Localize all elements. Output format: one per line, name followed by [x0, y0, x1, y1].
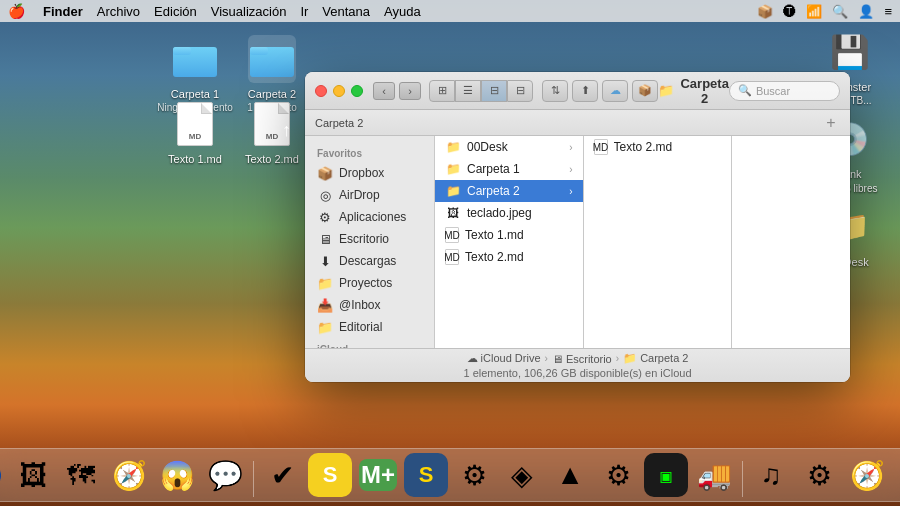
file-item-oodesk[interactable]: 📁 00Desk ›: [435, 136, 583, 158]
dock-omnifocus[interactable]: ✔: [260, 453, 304, 497]
dock-safari[interactable]: 🧭: [107, 453, 151, 497]
statusbar-path: ☁ iCloud Drive › 🖥 Escritorio › 📁 Carpet…: [467, 352, 689, 365]
minimize-button[interactable]: [333, 85, 345, 97]
dock-scrivener[interactable]: S: [404, 453, 448, 497]
imonster-icon: 💾: [826, 28, 874, 76]
menubar-archivo[interactable]: Archivo: [97, 4, 140, 19]
icloud-button[interactable]: ☁: [602, 80, 628, 102]
sidebar-item-airdrop[interactable]: ◎ AirDrop: [309, 184, 430, 206]
sidebar-item-descargas[interactable]: ⬇ Descargas: [309, 250, 430, 272]
sidebar-label-editorial: Editorial: [339, 320, 382, 334]
sidebar-label-escritorio: Escritorio: [339, 232, 389, 246]
file-panel-1: 📁 00Desk › 📁 Carpeta 1 › 📁 Carpeta 2 › 🖼…: [435, 136, 584, 348]
sidebar-label-airdrop: AirDrop: [339, 188, 380, 202]
dock-git[interactable]: ◈: [500, 453, 544, 497]
list-view-button[interactable]: ☰: [455, 80, 481, 102]
path-icloud[interactable]: ☁ iCloud Drive: [467, 352, 541, 365]
gallery-view-button[interactable]: ⊟: [507, 80, 533, 102]
maximize-button[interactable]: [351, 85, 363, 97]
add-button[interactable]: +: [822, 114, 840, 132]
texto1-file-icon: MD: [445, 227, 459, 243]
sidebar-label-descargas: Descargas: [339, 254, 396, 268]
apple-menu[interactable]: 🍎: [8, 3, 25, 19]
sidebar-item-editorial[interactable]: 📁 Editorial: [309, 316, 430, 338]
share-button[interactable]: ⬆: [572, 80, 598, 102]
carpeta1-file-icon: 📁: [445, 161, 461, 177]
sidebar-item-dropbox[interactable]: 📦 Dropbox: [309, 162, 430, 184]
close-button[interactable]: [315, 85, 327, 97]
sidebar-item-aplicaciones[interactable]: ⚙ Aplicaciones: [309, 206, 430, 228]
dock-photos[interactable]: 🖼: [11, 453, 55, 497]
menubar-ventana[interactable]: Ventana: [322, 4, 370, 19]
menu-icon[interactable]: ≡: [884, 4, 892, 19]
dock-app2[interactable]: ⚙: [596, 453, 640, 497]
dock-maps[interactable]: 🗺: [59, 453, 103, 497]
teclado-file-name: teclado.jpeg: [467, 206, 573, 220]
file-item-texto2[interactable]: MD Texto 2.md: [435, 246, 583, 268]
menubar-ir[interactable]: Ir: [300, 4, 308, 19]
path-sep1: ›: [545, 353, 548, 364]
dock-app1[interactable]: 😱: [155, 453, 199, 497]
dock-separator2: [742, 461, 743, 497]
sort-button[interactable]: ⇅: [542, 80, 568, 102]
sidebar-item-proyectos[interactable]: 📁 Proyectos: [309, 272, 430, 294]
text-icon[interactable]: 🅣: [783, 4, 796, 19]
carpeta2-arrow: ›: [569, 186, 572, 197]
menubar-edicion[interactable]: Edición: [154, 4, 197, 19]
aplicaciones-icon: ⚙: [317, 209, 333, 225]
forward-button[interactable]: ›: [399, 82, 421, 100]
dock-finder[interactable]: 🔵: [0, 453, 7, 497]
file-item-texto1[interactable]: MD Texto 1.md: [435, 224, 583, 246]
dock-music[interactable]: ♫: [749, 453, 793, 497]
nav-buttons: ‹ ›: [373, 82, 421, 100]
menubar-ayuda[interactable]: Ayuda: [384, 4, 421, 19]
user-icon[interactable]: 👤: [858, 4, 874, 19]
dock-terminal[interactable]: ▣: [644, 453, 688, 497]
dock-cogs[interactable]: ⚙: [452, 453, 496, 497]
dock-mindnode[interactable]: M+: [356, 453, 400, 497]
dock-app3[interactable]: ⚙: [797, 453, 841, 497]
menubar-finder[interactable]: Finder: [43, 4, 83, 19]
texto2-file-icon: MD: [445, 249, 459, 265]
dock-messages[interactable]: 💬: [203, 453, 247, 497]
file-item-carpeta2[interactable]: 📁 Carpeta 2 ›: [435, 180, 583, 202]
folder-icon-carpeta1: [171, 35, 219, 83]
dock: 🔵 🖼 🗺 🧭 😱 💬 ✔ S M+ S ⚙ ◈ ▲ ⚙ ▣ 🚚: [0, 448, 900, 502]
sidebar-item-inbox[interactable]: 📥 @Inbox: [309, 294, 430, 316]
oodesk-file-name: 00Desk: [467, 140, 563, 154]
cursor: ↑: [282, 120, 292, 134]
escritorio-icon: 🖥: [317, 231, 333, 247]
view-buttons: ⊞ ☰ ⊟ ⊟: [429, 80, 533, 102]
back-button[interactable]: ‹: [373, 82, 395, 100]
dock-browser[interactable]: 🧭: [845, 453, 889, 497]
dropbox-menubar-icon[interactable]: 📦: [757, 4, 773, 19]
dock-trash[interactable]: 🗑: [893, 453, 900, 497]
carpeta2-file-name: Carpeta 2: [467, 184, 563, 198]
dock-transmit[interactable]: 🚚: [692, 453, 736, 497]
editorial-icon: 📁: [317, 319, 333, 335]
search-box[interactable]: 🔍 Buscar: [729, 81, 840, 101]
oodesk-arrow: ›: [569, 142, 572, 153]
path-carpeta2[interactable]: 📁 Carpeta 2: [623, 352, 688, 365]
file-item-carpeta1[interactable]: 📁 Carpeta 1 ›: [435, 158, 583, 180]
file-item-teclado[interactable]: 🖼 teclado.jpeg: [435, 202, 583, 224]
menubar-right: 📦 🅣 📶 🔍 👤 ≡: [757, 4, 892, 19]
texto1-label: Texto 1.md: [168, 152, 222, 166]
descargas-icon: ⬇: [317, 253, 333, 269]
desktop-file-texto2[interactable]: MD Texto 2.md: [232, 100, 312, 166]
sidebar-item-escritorio[interactable]: 🖥 Escritorio: [309, 228, 430, 250]
icon-view-button[interactable]: ⊞: [429, 80, 455, 102]
desktop-file-texto1[interactable]: MD Texto 1.md: [155, 100, 235, 166]
path-escritorio[interactable]: 🖥 Escritorio: [552, 353, 612, 365]
menubar: 🍎 Finder Archivo Edición Visualización I…: [0, 0, 900, 22]
dropbox-button[interactable]: 📦: [632, 80, 658, 102]
file-item-texto2-panel2[interactable]: MD Texto 2.md: [584, 136, 732, 158]
wifi-icon[interactable]: 📶: [806, 4, 822, 19]
inbox-icon: 📥: [317, 297, 333, 313]
folder-icon-carpeta2: [248, 35, 296, 83]
search-menubar-icon[interactable]: 🔍: [832, 4, 848, 19]
dock-sketch[interactable]: S: [308, 453, 352, 497]
menubar-visualizacion[interactable]: Visualización: [211, 4, 287, 19]
column-view-button[interactable]: ⊟: [481, 80, 507, 102]
dock-affinity[interactable]: ▲: [548, 453, 592, 497]
